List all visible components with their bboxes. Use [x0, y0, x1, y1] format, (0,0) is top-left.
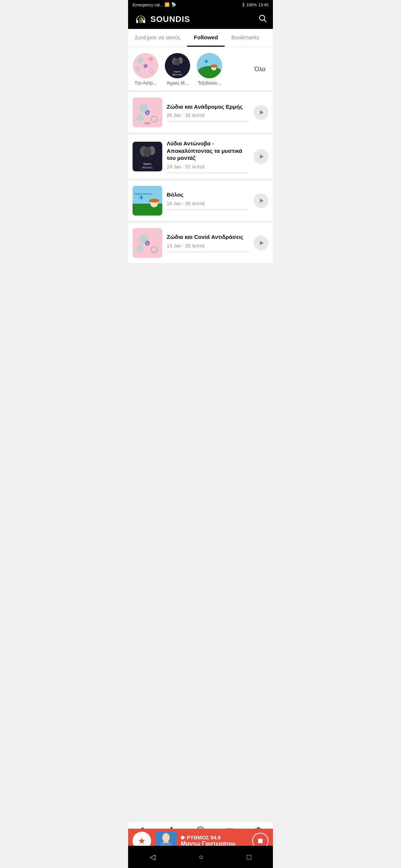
- episode-info-1: Ζώδια και Ανάδρομος Ερμής 20 Jan · 16 λε…: [167, 103, 249, 122]
- svg-rect-41: [133, 204, 162, 216]
- svg-text:Ταξιδεύοντας: Ταξιδεύοντας: [134, 192, 153, 195]
- svg-point-17: [175, 58, 180, 66]
- app-name: SOUNDIS: [150, 14, 190, 24]
- svg-text:Άγριες: Άγριες: [174, 70, 181, 73]
- status-emergency: Emergency cal...: [133, 3, 163, 7]
- svg-point-50: [136, 245, 144, 252]
- signal-icon: 📡: [171, 2, 176, 7]
- svg-point-29: [151, 116, 157, 122]
- play-button-3[interactable]: [254, 193, 268, 208]
- svg-line-6: [264, 20, 267, 22]
- svg-rect-1: [143, 20, 145, 23]
- svg-rect-4: [142, 18, 143, 23]
- status-left: Emergency cal... 📶 📡: [133, 2, 176, 7]
- svg-rect-2: [139, 18, 140, 23]
- circle-label-taxideuo: Ταξιδεύον...: [198, 80, 221, 86]
- episode-thumbnail-2: Άγριες Μέλισσες: [133, 142, 162, 171]
- svg-marker-53: [260, 241, 264, 245]
- episode-item: Άγριες Μέλισσες Λύδια Αντώνοβα - Αποκαλύ…: [128, 135, 273, 178]
- svg-text:♑: ♑: [145, 240, 150, 246]
- episode-info-4: Ζώδια και Covid Αντιδράσεις 13 Jan · 20 …: [167, 233, 249, 252]
- svg-point-51: [151, 247, 157, 253]
- play-button-4[interactable]: [254, 236, 268, 250]
- status-bar: Emergency cal... 📶 📡 ₿ 100% 13:45: [128, 0, 273, 9]
- episode-title-1: Ζώδια και Ανάδρομος Ερμής: [167, 103, 249, 111]
- podcast-circle-agries[interactable]: Άγριες Μέλισσες Άγριες Μ...: [164, 53, 190, 86]
- status-right: ₿ 100% 13:45: [242, 3, 268, 7]
- circle-img-taxideuo: ✈: [197, 53, 222, 78]
- episode-meta-1: 20 Jan · 16 λεπτά: [167, 112, 249, 118]
- episode-info-3: Βόλος 18 Jan · 26 λεπτά: [167, 191, 249, 210]
- svg-point-36: [144, 147, 151, 157]
- svg-point-28: [136, 114, 144, 122]
- episode-thumbnail-1: ♑ VOIP: [133, 98, 162, 127]
- tab-bar: Συνέχισε να ακούς Followed Bookmarks: [128, 29, 273, 47]
- svg-text:Μέλισσες: Μέλισσες: [142, 166, 153, 169]
- tab-followed[interactable]: Followed: [187, 29, 225, 47]
- svg-point-8: [137, 57, 143, 63]
- svg-text:♑: ♑: [144, 64, 147, 68]
- svg-marker-46: [260, 198, 264, 203]
- play-button-1[interactable]: [254, 105, 268, 120]
- svg-text:♑: ♑: [145, 110, 150, 115]
- svg-rect-0: [136, 20, 138, 23]
- svg-text:Άγριες: Άγριες: [143, 162, 151, 165]
- episode-title-2: Λύδια Αντώνοβα - Αποκαλύπτοντας τα μυστι…: [167, 140, 249, 162]
- circle-img-agries: Άγριες Μέλισσες: [165, 53, 190, 78]
- episode-info-2: Λύδια Αντώνοβα - Αποκαλύπτοντας τα μυστι…: [167, 140, 249, 173]
- episode-title-3: Βόλος: [167, 191, 249, 198]
- episode-progress-2: [167, 172, 249, 173]
- podcast-circles-container: ♑ Την Αστρ... Άγριες Μέλισσες Άγριες Μ..…: [128, 47, 273, 92]
- time-display: 13:45: [258, 3, 268, 7]
- svg-marker-32: [260, 110, 264, 115]
- episode-item: ✈ Ταξιδεύοντας Βόλος 18 Jan · 26 λεπτά: [128, 181, 273, 221]
- svg-rect-3: [141, 17, 142, 23]
- episode-meta-4: 13 Jan · 20 λεπτά: [167, 243, 249, 249]
- episode-thumbnail-3: ✈ Ταξιδεύοντας: [133, 186, 162, 216]
- episode-meta-3: 18 Jan · 26 λεπτά: [167, 201, 249, 206]
- episode-progress-4: [167, 251, 249, 252]
- svg-text:VOIP: VOIP: [144, 122, 151, 125]
- episode-list: ♑ VOIP Ζώδια και Ανάδρομος Ερμής 20 Jan …: [128, 92, 273, 263]
- episode-progress-1: [167, 121, 249, 122]
- tab-bookmarks[interactable]: Bookmarks: [225, 29, 266, 47]
- svg-text:✈: ✈: [204, 59, 209, 65]
- episode-title-4: Ζώδια και Covid Αντιδράσεις: [167, 233, 249, 241]
- svg-point-9: [149, 57, 153, 61]
- play-button-2[interactable]: [254, 149, 268, 164]
- episode-meta-2: 19 Jan · 57 λεπτά: [167, 164, 249, 170]
- app-logo: SOUNDIS: [134, 14, 190, 24]
- circle-label-agries: Άγριες Μ...: [167, 80, 188, 86]
- svg-point-10: [136, 67, 141, 72]
- circle-label-zodiac: Την Αστρ...: [135, 80, 157, 86]
- svg-text:Μέλισσες: Μέλισσες: [173, 73, 183, 76]
- svg-point-45: [149, 199, 159, 203]
- tab-continue[interactable]: Συνέχισε να ακούς: [128, 29, 187, 47]
- bluetooth-icon: ₿: [242, 3, 245, 7]
- podcast-circle-zodiac[interactable]: ♑ Την Αστρ...: [133, 53, 159, 86]
- battery-icon: 100%: [246, 3, 257, 7]
- headphone-icon: [134, 14, 147, 24]
- circle-img-zodiac: ♑: [133, 53, 158, 78]
- episode-thumbnail-4: ♑: [133, 228, 162, 258]
- svg-marker-39: [260, 154, 264, 159]
- episode-item: ♑ VOIP Ζώδια και Ανάδρομος Ερμής 20 Jan …: [128, 92, 273, 132]
- app-header: SOUNDIS: [128, 9, 273, 29]
- podcast-circle-taxideuo[interactable]: ✈ Ταξιδεύον...: [196, 53, 222, 86]
- episode-progress-3: [167, 209, 249, 210]
- svg-point-11: [150, 69, 153, 73]
- search-button[interactable]: [258, 14, 267, 24]
- all-button[interactable]: Όλα: [252, 63, 268, 76]
- wifi-icon: 📶: [164, 2, 170, 7]
- episode-item: ♑ Ζώδια και Covid Αντιδράσεις 13 Jan · 2…: [128, 223, 273, 263]
- svg-point-24: [210, 65, 218, 68]
